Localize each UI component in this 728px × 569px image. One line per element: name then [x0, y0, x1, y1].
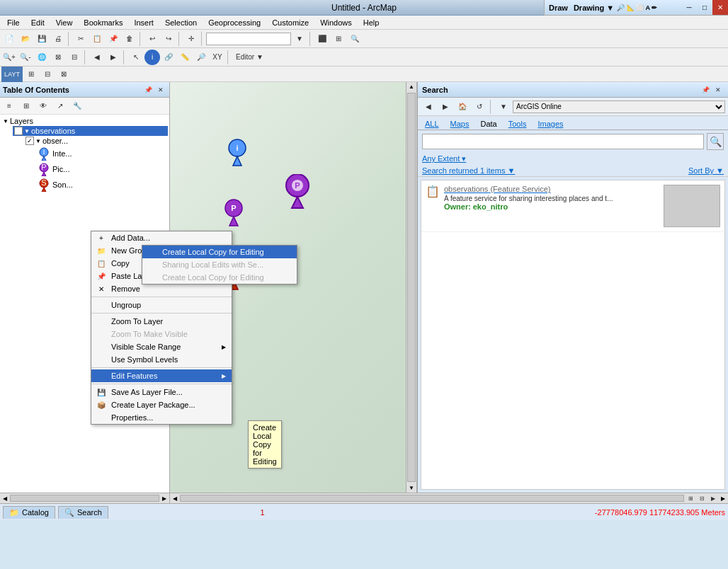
tab-maps[interactable]: Maps	[448, 118, 472, 130]
search-dropdown-arrow[interactable]: ▼	[496, 99, 511, 115]
drawing-dropdown[interactable]: Drawing ▼	[574, 4, 614, 12]
map-scroll-right[interactable]: ▶	[720, 494, 727, 503]
toc-opt-btn[interactable]: 🔧	[69, 98, 85, 114]
map-scroll-btn-3[interactable]: ▶	[708, 493, 718, 503]
maximize-button[interactable]: □	[697, 0, 712, 15]
search-fwd-btn[interactable]: ▶	[438, 99, 453, 115]
ctx-symbol-levels[interactable]: Use Symbol Levels	[91, 353, 232, 366]
back-nav-btn[interactable]: ◀	[89, 50, 105, 65]
zoom-prev[interactable]: 🔍	[347, 31, 363, 47]
toc-list-btn[interactable]: ≡	[1, 98, 17, 114]
full-extent-btn[interactable]: ⊠	[50, 50, 66, 65]
ctx-visible-scale[interactable]: Visible Scale Range ▶	[91, 340, 232, 353]
toc-scroll-right[interactable]: ▶	[161, 494, 168, 503]
scroll-thumb[interactable]	[407, 93, 416, 482]
any-extent-dropdown[interactable]: Any Extent ▾	[418, 153, 728, 165]
submenu-create-local[interactable]: Create Local Copy for Editing	[142, 246, 297, 258]
ctx-zoom-to-layer[interactable]: Zoom To Layer	[91, 315, 232, 328]
search-query-input[interactable]: observations owner:eko_nitro	[422, 134, 704, 149]
zoom-extent[interactable]: ⊞	[331, 31, 346, 47]
ctx-create-package[interactable]: 📦 Create Layer Package...	[91, 398, 232, 411]
copy-button[interactable]: 📋	[89, 31, 105, 47]
menu-windows[interactable]: Windows	[314, 17, 358, 28]
goto-xy-btn[interactable]: XY	[210, 50, 225, 65]
minimize-button[interactable]: ─	[681, 0, 697, 15]
layer-observations-item[interactable]: ▼ observations	[13, 126, 168, 136]
save-button[interactable]: 💾	[34, 31, 50, 47]
sort-by-btn[interactable]: Sort By ▼	[688, 166, 724, 175]
menu-customize[interactable]: Customize	[266, 17, 314, 28]
undo-button[interactable]: ↩	[144, 31, 160, 47]
ctx-properties[interactable]: Properties...	[91, 411, 232, 424]
cut-button[interactable]: ✂	[73, 31, 89, 47]
find-btn[interactable]: 🔎	[193, 50, 209, 65]
toc-scroll-left[interactable]: ◀	[1, 494, 8, 503]
menu-edit[interactable]: Edit	[25, 17, 50, 28]
tab-images[interactable]: Images	[535, 118, 566, 130]
layer-pic-item[interactable]: P Pic...	[35, 161, 168, 177]
layers-root-item[interactable]: ▼ Layers	[1, 116, 168, 126]
zoom-out-btn[interactable]: 🔍-	[18, 50, 33, 65]
tab-tools[interactable]: Tools	[506, 118, 530, 130]
new-button[interactable]: 📄	[1, 31, 17, 47]
result-title-link[interactable]: observations (Feature Service)	[444, 185, 550, 193]
close-button[interactable]: ✕	[712, 0, 728, 15]
layer-obs-checkbox[interactable]	[14, 127, 23, 135]
select-btn[interactable]: ↖	[128, 50, 144, 65]
toc-pin-btn[interactable]: 📌	[142, 84, 154, 96]
map-scroll-btn-1[interactable]: ⊞	[686, 493, 695, 503]
tab-data[interactable]: Data	[477, 118, 499, 130]
zoom-full[interactable]: ⬛	[314, 31, 330, 47]
search-refresh-btn[interactable]: ↺	[472, 99, 487, 115]
fix-extent-btn[interactable]: ⊟	[67, 50, 82, 65]
delete-button[interactable]: 🗑	[122, 31, 137, 47]
ctx-add-data[interactable]: + Add Data...	[91, 231, 232, 244]
tab-all[interactable]: ALL	[422, 118, 442, 130]
toc-close-btn[interactable]: ✕	[155, 84, 166, 96]
identify-btn[interactable]: i	[144, 50, 160, 65]
ctx-ungroup[interactable]: Ungroup	[91, 299, 232, 311]
search-close-btn[interactable]: ✕	[712, 84, 724, 96]
menu-selection[interactable]: Selection	[159, 17, 203, 28]
menu-file[interactable]: File	[1, 17, 25, 28]
map-v-scrollbar[interactable]: ▲ ▼	[406, 82, 416, 493]
extra-btn-2[interactable]: ⊟	[40, 67, 55, 82]
map-h-thumb[interactable]	[180, 495, 684, 502]
menu-help[interactable]: Help	[358, 17, 385, 28]
scroll-down-arrow[interactable]: ▼	[407, 483, 416, 493]
menu-view[interactable]: View	[50, 17, 79, 28]
ctx-edit-features[interactable]: Edit Features ▶	[91, 369, 232, 382]
layout-btn[interactable]: LAYT	[1, 67, 23, 82]
layers-expand-arrow[interactable]: ▼	[3, 118, 8, 125]
extra-btn-3[interactable]: ⊠	[56, 67, 72, 82]
toc-sel-btn[interactable]: ↗	[52, 98, 68, 114]
scale-input[interactable]: 1:288,032.055	[206, 33, 291, 45]
menu-geoprocessing[interactable]: Geoprocessing	[203, 17, 266, 28]
print-button[interactable]: 🖨	[50, 31, 66, 47]
redo-button[interactable]: ↪	[161, 31, 176, 47]
obs-expand-arrow[interactable]: ▼	[24, 128, 30, 134]
layer-obser-sub-item[interactable]: ▼ obser...	[24, 136, 168, 146]
ctx-save-layer[interactable]: 💾 Save As Layer File...	[91, 386, 232, 398]
search-home-btn[interactable]: 🏠	[455, 99, 470, 115]
catalog-tab[interactable]: 📁 Catalog	[3, 506, 55, 519]
editor-btn[interactable]: Editor ▼	[232, 50, 267, 65]
scroll-up-arrow[interactable]: ▲	[407, 82, 416, 91]
toc-source-btn[interactable]: ⊞	[18, 98, 34, 114]
open-button[interactable]: 📂	[18, 31, 33, 47]
search-pin-btn[interactable]: 📌	[700, 84, 711, 96]
obser-sub-expand[interactable]: ▼	[35, 138, 41, 144]
search-tab-bottom[interactable]: 🔍 Search	[58, 506, 108, 519]
search-go-button[interactable]: 🔍	[707, 133, 724, 150]
menu-insert[interactable]: Insert	[128, 17, 159, 28]
map-scroll-left[interactable]: ◀	[171, 494, 178, 503]
fwd-nav-btn[interactable]: ▶	[106, 50, 121, 65]
search-source-select[interactable]: ArcGIS Online	[513, 100, 725, 113]
search-back-btn[interactable]: ◀	[421, 99, 436, 115]
toc-h-thumb[interactable]	[10, 495, 159, 502]
menu-bookmarks[interactable]: Bookmarks	[78, 17, 128, 28]
scale-dropdown[interactable]: ▼	[292, 31, 307, 47]
toc-vis-btn[interactable]: 👁	[35, 98, 51, 114]
result-count-link[interactable]: Search returned 1 items ▼	[422, 166, 515, 175]
hyperlink-btn[interactable]: 🔗	[161, 50, 176, 65]
